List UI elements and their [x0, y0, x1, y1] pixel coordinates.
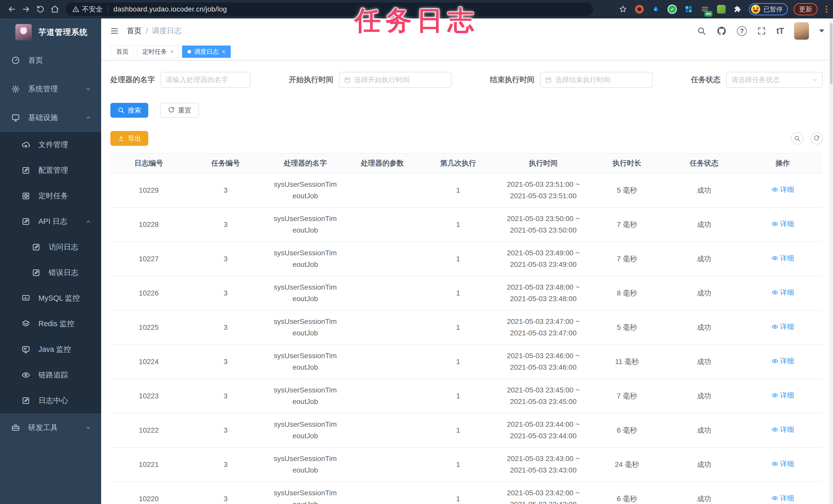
detail-link[interactable]: 详细 — [771, 356, 794, 367]
sidebar-logo-row[interactable]: 芋道管理系统 — [0, 19, 101, 46]
sidebar-item-trace[interactable]: 链路追踪 — [0, 362, 101, 388]
breadcrumb-home[interactable]: 首页 — [127, 26, 142, 36]
header-search-icon[interactable] — [697, 26, 706, 35]
end-time-input[interactable] — [555, 76, 648, 84]
font-size-icon[interactable]: tT — [777, 26, 784, 36]
table-row: 10221 3 sysUserSessionTim eoutJob 1 2021… — [110, 448, 823, 482]
cell-handler-param — [347, 482, 418, 504]
reset-button[interactable]: 重置 — [160, 103, 199, 118]
sidebar-item-redis[interactable]: Redis 监控 — [0, 311, 101, 337]
refresh-icon — [813, 135, 820, 142]
sidebar-item-logcenter[interactable]: 日志中心 — [0, 388, 101, 413]
cell-handler-name: sysUserSessionTim eoutJob — [264, 207, 347, 242]
sidebar-item-errorlog[interactable]: 错误日志 — [0, 260, 101, 285]
begin-time-input[interactable] — [354, 76, 447, 84]
status-select[interactable] — [726, 72, 823, 88]
user-avatar[interactable] — [794, 22, 809, 40]
cell-handler-name: sysUserSessionTim eoutJob — [264, 448, 347, 482]
table-row: 10226 3 sysUserSessionTim eoutJob 1 2021… — [110, 276, 823, 310]
browser-reload-button[interactable] — [33, 2, 48, 16]
extension-green-icon[interactable] — [716, 4, 727, 15]
sidebar-item-java[interactable]: Java 监控 — [0, 337, 101, 362]
browser-update-button[interactable]: 更新 — [793, 3, 818, 15]
cell-execute-time: 2021-05-03 23:47:00 ~ 2021-05-03 23:47:0… — [498, 310, 589, 345]
sidebar-item-mysql[interactable]: MySQL 监控 — [0, 285, 101, 311]
refresh-table-button[interactable] — [810, 132, 823, 145]
cell-status: 成功 — [666, 448, 743, 482]
detail-link[interactable]: 详细 — [771, 458, 794, 470]
detail-link[interactable]: 详细 — [771, 424, 794, 435]
sidebar-item-system[interactable]: 系统管理 — [0, 75, 101, 103]
search-button[interactable]: 搜索 — [110, 103, 148, 118]
cell-execute-index: 1 — [418, 345, 498, 379]
schedule-icon — [22, 192, 30, 200]
sidebar-item-devtool[interactable]: 研发工具 — [0, 413, 101, 442]
chart-icon — [22, 294, 30, 303]
cell-status: 成功 — [666, 242, 743, 276]
cell-duration: 11 毫秒 — [589, 345, 666, 379]
sidebar-item-home[interactable]: 首页 — [0, 46, 101, 75]
cell-execute-index: 1 — [418, 379, 498, 413]
eye-icon — [771, 358, 778, 364]
fullscreen-icon[interactable] — [757, 26, 766, 35]
log-icon — [32, 268, 41, 277]
extension-drop-icon[interactable] — [650, 4, 661, 15]
collapse-sidebar-icon[interactable] — [110, 26, 119, 35]
close-icon[interactable]: × — [222, 49, 225, 55]
extension-orange-icon[interactable] — [634, 4, 645, 15]
sidebar-item-config[interactable]: 配置管理 — [0, 158, 101, 183]
cell-execute-time: 2021-05-03 23:48:00 ~ 2021-05-03 23:48:0… — [498, 276, 589, 310]
cell-log-id: 10223 — [110, 379, 187, 413]
address-bar[interactable]: 不安全 dashboard.yudao.iocoder.cn/job/log — [66, 3, 593, 16]
cell-log-id: 10225 — [110, 310, 187, 345]
extension-check-icon[interactable] — [667, 4, 677, 15]
detail-link[interactable]: 详细 — [771, 321, 794, 332]
browser-back-button[interactable] — [5, 2, 19, 16]
status-select-input[interactable] — [731, 76, 809, 84]
page-scrollbar[interactable] — [829, 19, 833, 504]
sidebar-item-apilog[interactable]: API 日志 — [0, 209, 101, 234]
export-button[interactable]: 导出 — [110, 131, 148, 146]
tab-joblog[interactable]: 调度日志 × — [182, 46, 231, 58]
tab-home[interactable]: 首页 — [111, 46, 134, 58]
user-menu-caret-icon[interactable] — [819, 29, 824, 32]
tab-job[interactable]: 定时任务 × — [137, 46, 179, 58]
close-icon[interactable]: × — [170, 49, 174, 55]
github-icon[interactable] — [716, 26, 727, 36]
browser-home-button[interactable] — [48, 2, 62, 16]
detail-link[interactable]: 详细 — [771, 253, 794, 264]
detail-link[interactable]: 详细 — [771, 287, 794, 298]
update-label: 更新 — [799, 5, 812, 14]
sidebar-item-infra[interactable]: 基础设施 — [0, 103, 101, 132]
profile-paused-pill[interactable]: 已暂停 — [749, 3, 788, 15]
cell-handler-param — [347, 413, 418, 448]
sidebar-item-file[interactable]: 文件管理 — [0, 132, 101, 158]
sidebar-item-job[interactable]: 定时任务 — [0, 183, 101, 209]
edit-icon — [22, 166, 30, 175]
extension-grid-icon[interactable] — [683, 4, 694, 15]
detail-link[interactable]: 详细 — [771, 493, 794, 504]
col-duration: 执行时长 — [589, 153, 666, 173]
detail-link[interactable]: 详细 — [771, 219, 794, 229]
eye-icon — [771, 221, 778, 227]
cell-execute-index: 1 — [418, 310, 498, 345]
cell-handler-param — [347, 207, 418, 242]
sidebar-item-accesslog[interactable]: 访问日志 — [0, 234, 101, 260]
extension-on-badge-icon[interactable]: on — [699, 4, 710, 15]
bookmark-star-icon[interactable] — [618, 4, 628, 15]
detail-link[interactable]: 详细 — [771, 184, 794, 195]
handler-name-input[interactable] — [166, 76, 245, 84]
help-icon[interactable]: ? — [737, 26, 747, 36]
detail-link[interactable]: 详细 — [771, 390, 794, 401]
cell-execute-index: 1 — [418, 448, 498, 482]
scrollbar-thumb[interactable] — [830, 23, 832, 84]
cell-duration: 5 毫秒 — [589, 310, 666, 345]
browser-forward-button[interactable] — [19, 2, 33, 16]
eye-icon — [771, 186, 778, 193]
browser-menu-icon[interactable] — [825, 5, 828, 14]
extensions-puzzle-icon[interactable] — [732, 4, 743, 15]
tags-view-bar: 首页 定时任务 × 调度日志 × — [101, 44, 833, 60]
toggle-search-button[interactable] — [791, 132, 803, 145]
col-actions: 操作 — [743, 153, 823, 173]
app-title: 芋道管理系统 — [39, 27, 88, 37]
